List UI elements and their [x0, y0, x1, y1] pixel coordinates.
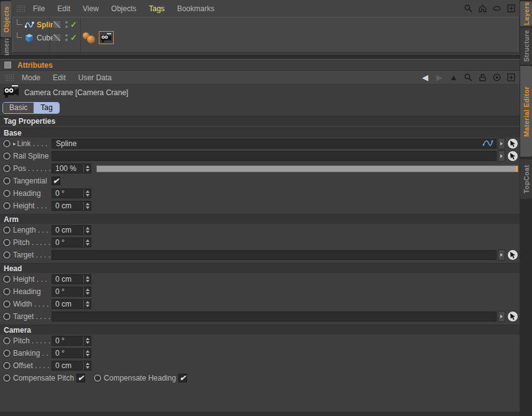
pos-slider[interactable]	[96, 165, 518, 172]
visibility-icon[interactable]	[492, 4, 502, 14]
search-icon[interactable]	[463, 73, 473, 83]
compensate-heading-checkbox[interactable]: ✔	[178, 374, 187, 382]
history-back-icon[interactable]: ◀	[420, 73, 430, 83]
pos-input[interactable]: 100 %	[52, 164, 91, 173]
enabled-check-icon[interactable]: ✓	[70, 34, 77, 42]
arm-target-menu-button[interactable]	[498, 249, 505, 261]
keyframe-circle[interactable]	[94, 374, 101, 382]
keyframe-circle[interactable]	[3, 239, 11, 246]
head-target-field[interactable]	[52, 312, 497, 321]
keyframe-circle[interactable]	[3, 313, 11, 320]
keyframe-circle[interactable]	[3, 374, 11, 382]
layer-toggle-icon[interactable]	[53, 21, 61, 29]
stepper-arrows-icon[interactable]	[83, 275, 91, 284]
focus-icon[interactable]	[492, 73, 502, 83]
enabled-check-icon[interactable]: ✓	[70, 21, 77, 29]
stepper-arrows-icon[interactable]	[83, 189, 91, 198]
heading-input[interactable]: 0 °	[52, 188, 91, 198]
keyframe-circle[interactable]	[3, 362, 11, 369]
link-pick-button[interactable]	[507, 138, 518, 149]
layer-toggle-icon[interactable]	[53, 34, 61, 42]
menu-mode[interactable]: Mode	[22, 73, 40, 82]
stepper-arrows-icon[interactable]	[83, 164, 91, 173]
stepper-arrows-icon[interactable]	[83, 349, 91, 358]
section-base[interactable]: Base	[0, 127, 520, 137]
compensate-pitch-checkbox[interactable]: ✔	[76, 374, 85, 382]
search-icon[interactable]	[463, 4, 473, 14]
arm-target-pick-button[interactable]	[507, 249, 518, 261]
panel-pin-icon[interactable]	[4, 62, 11, 68]
keyframe-circle[interactable]	[3, 337, 11, 344]
menu-objects[interactable]: Objects	[111, 4, 137, 13]
tab-basic[interactable]: Basic	[3, 103, 34, 113]
menu-bookmarks[interactable]: Bookmarks	[177, 4, 214, 13]
slider-handle[interactable]	[516, 166, 518, 172]
keyframe-circle[interactable]	[3, 251, 11, 259]
add-panel-icon[interactable]	[506, 73, 516, 83]
keyframe-circle[interactable]	[3, 152, 11, 160]
keyframe-circle[interactable]	[3, 177, 11, 185]
tab-layers[interactable]: Layers	[520, 1, 532, 26]
object-row-spline[interactable]: Spline ✓	[13, 19, 518, 30]
rail-spline-menu-button[interactable]	[498, 150, 505, 162]
grip-icon[interactable]	[16, 5, 25, 12]
menu-tags[interactable]: Tags	[149, 4, 165, 13]
keyframe-circle[interactable]	[3, 190, 11, 197]
section-arm[interactable]: Arm	[0, 214, 520, 224]
tab-topcoat[interactable]: TopCoat	[520, 159, 532, 199]
rail-spline-pick-button[interactable]	[507, 150, 518, 162]
stepper-arrows-icon[interactable]	[83, 336, 91, 345]
menu-edit[interactable]: Edit	[57, 4, 70, 13]
history-forward-icon[interactable]: ▶	[434, 73, 444, 83]
head-height-input[interactable]: 0 cm	[52, 274, 91, 284]
tab-objects[interactable]: Objects	[1, 1, 11, 37]
tab-tag[interactable]: Tag	[34, 103, 58, 113]
keyframe-circle[interactable]	[3, 165, 11, 172]
camera-crane-tag-icon[interactable]	[99, 31, 114, 44]
visibility-dots-icon[interactable]	[65, 34, 68, 41]
tab-material-editor[interactable]: Material Editor	[520, 66, 532, 157]
keyframe-circle[interactable]	[3, 275, 11, 283]
parent-up-icon[interactable]: ▲	[449, 73, 459, 83]
pitch-input[interactable]: 0 °	[52, 238, 91, 247]
keyframe-circle[interactable]	[3, 226, 11, 234]
menu-file[interactable]: File	[33, 4, 45, 13]
keyframe-circle[interactable]	[3, 349, 11, 357]
keyframe-circle[interactable]	[3, 300, 11, 308]
object-name[interactable]: Cube	[37, 34, 55, 42]
add-panel-icon[interactable]	[506, 4, 516, 14]
head-width-input[interactable]: 0 cm	[52, 299, 91, 309]
banking-input[interactable]: 0 °	[52, 348, 91, 358]
link-menu-button[interactable]	[498, 138, 505, 149]
grip-icon[interactable]	[5, 74, 14, 81]
height-input[interactable]: 0 cm	[52, 201, 91, 211]
home-icon[interactable]	[477, 4, 487, 14]
menu-user-data[interactable]: User Data	[78, 73, 112, 82]
keyframe-circle[interactable]	[3, 140, 11, 147]
stepper-arrows-icon[interactable]	[83, 238, 91, 247]
tangential-checkbox[interactable]: ✔	[52, 177, 60, 185]
stepper-arrows-icon[interactable]	[83, 201, 91, 210]
lock-icon[interactable]	[477, 73, 487, 83]
link-field[interactable]: Spline	[52, 139, 497, 149]
section-head[interactable]: Head	[0, 263, 520, 273]
panel-splitter[interactable]	[0, 55, 520, 60]
menu-view[interactable]: View	[83, 4, 99, 13]
arm-target-field[interactable]	[52, 250, 497, 260]
phong-tag-icon[interactable]	[87, 35, 95, 44]
expand-arrow-icon[interactable]: ▸	[13, 141, 16, 147]
rail-spline-field[interactable]	[52, 151, 497, 161]
offset-input[interactable]: 0 cm	[52, 361, 91, 371]
stepper-arrows-icon[interactable]	[83, 287, 91, 296]
length-input[interactable]: 0 cm	[52, 225, 91, 235]
object-row-cube[interactable]: Cube ✓	[13, 32, 518, 44]
head-heading-input[interactable]: 0 °	[52, 287, 91, 297]
keyframe-circle[interactable]	[3, 202, 11, 210]
section-camera[interactable]: Camera	[0, 325, 520, 335]
head-target-menu-button[interactable]	[498, 311, 505, 322]
visibility-dots-icon[interactable]	[65, 21, 68, 28]
stepper-arrows-icon[interactable]	[83, 361, 91, 370]
camera-pitch-input[interactable]: 0 °	[52, 336, 91, 346]
stepper-arrows-icon[interactable]	[83, 300, 91, 308]
head-target-pick-button[interactable]	[507, 311, 518, 322]
